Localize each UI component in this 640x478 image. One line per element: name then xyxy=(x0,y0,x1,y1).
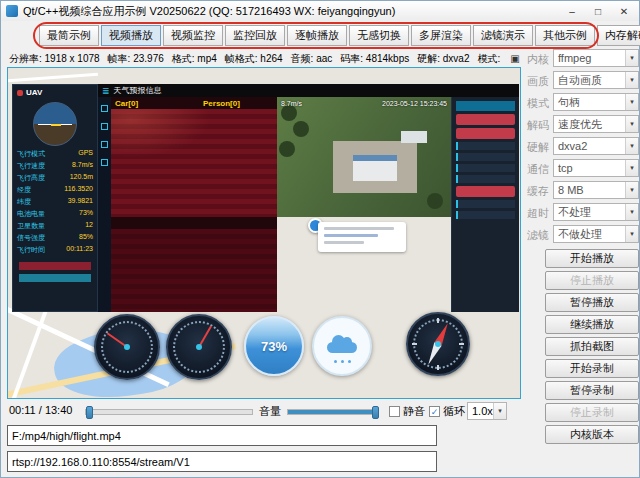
tab-9[interactable]: 其他示例 xyxy=(535,25,595,46)
speed-overlay: 8.7m/s xyxy=(281,100,302,107)
option-select-4[interactable]: 速度优先▾ xyxy=(553,115,639,133)
option-label-6: 通信 xyxy=(527,162,549,177)
drone-camera-view: 8.7m/s 2023-05-12 15:23:45 xyxy=(277,97,451,217)
tab-6[interactable]: 无感切换 xyxy=(349,25,409,46)
chevron-down-icon[interactable]: ▾ xyxy=(493,403,506,419)
start-play-button[interactable]: 开始播放 xyxy=(545,249,639,268)
volume-handle[interactable] xyxy=(372,406,379,419)
minimize-button[interactable]: – xyxy=(559,1,585,21)
tree xyxy=(281,105,297,121)
checkbox-box[interactable] xyxy=(389,406,400,417)
uav-panel-header: UAV xyxy=(13,85,97,100)
chevron-down-icon[interactable]: ▾ xyxy=(625,72,638,88)
tool-icon[interactable] xyxy=(101,123,108,130)
checkbox-box[interactable]: ✓ xyxy=(429,406,440,417)
tool-icon[interactable] xyxy=(101,105,108,112)
aircraft-symbol xyxy=(51,124,61,126)
tab-1[interactable]: 最简示例 xyxy=(39,25,99,46)
chevron-down-icon[interactable]: ▾ xyxy=(625,160,638,176)
chevron-down-icon[interactable]: ▾ xyxy=(625,94,638,110)
chevron-down-icon[interactable]: ▾ xyxy=(625,226,638,242)
tab-10[interactable]: 内存解码 xyxy=(597,25,640,46)
gauge-center xyxy=(196,344,202,350)
display-icon[interactable]: ▣ xyxy=(510,53,519,64)
stop-play-button[interactable]: 停止播放 xyxy=(545,271,639,290)
control-button-red[interactable] xyxy=(456,186,515,197)
pause-record-button[interactable]: 暂停录制 xyxy=(545,381,639,400)
chevron-down-icon[interactable]: ▾ xyxy=(625,50,638,66)
app-window: Qt/C++视频综合应用示例 V20250622 (QQ: 517216493 … xyxy=(0,0,640,478)
telemetry-row: 飞行高度120.5m xyxy=(13,172,97,184)
detection-label-2: Person[0] xyxy=(203,99,240,108)
tab-5[interactable]: 逐帧播放 xyxy=(287,25,347,46)
maximize-button[interactable]: □ xyxy=(585,1,611,21)
tool-icon[interactable] xyxy=(101,159,108,166)
speed-select[interactable]: 1.0x ▾ xyxy=(467,402,507,420)
detection-video-2 xyxy=(111,217,277,312)
telemetry-row: 飞行模式GPS xyxy=(13,148,97,160)
uav-title: UAV xyxy=(26,88,42,97)
option-select-2[interactable]: 自动画质▾ xyxy=(553,71,639,89)
progress-slider[interactable] xyxy=(85,409,253,415)
marquee-text: 天气预报信息 xyxy=(114,85,162,96)
option-select-3[interactable]: 句柄▾ xyxy=(553,93,639,111)
option-select-7[interactable]: 8 MB▾ xyxy=(553,181,639,199)
tab-7[interactable]: 多屏渲染 xyxy=(411,25,471,46)
bubble-text-line xyxy=(324,241,364,244)
tool-icon[interactable] xyxy=(101,141,108,148)
chevron-down-icon[interactable]: ▾ xyxy=(625,138,638,154)
kernel-version-button[interactable]: 内核版本 xyxy=(545,425,639,444)
compass-tick xyxy=(437,365,439,370)
option-select-9[interactable]: 不做处理▾ xyxy=(553,225,639,243)
speed-value: 1.0x xyxy=(468,403,493,419)
list-row xyxy=(456,200,515,208)
stop-record-button[interactable]: 停止录制 xyxy=(545,403,639,422)
uav-panel: UAV 飞行模式GPS飞行速度8.7m/s飞行高度120.5m经度116.352… xyxy=(12,84,98,312)
thermal-frame xyxy=(111,109,277,217)
tab-8[interactable]: 滤镜演示 xyxy=(473,25,533,46)
mute-label: 静音 xyxy=(403,404,425,419)
resume-play-button[interactable]: 继续播放 xyxy=(545,315,639,334)
option-select-8[interactable]: 不处理▾ xyxy=(553,203,639,221)
panel-bar-teal xyxy=(19,274,91,282)
info-item-4: 帧格式: h264 xyxy=(225,52,283,65)
option-select-5[interactable]: dxva2▾ xyxy=(553,137,639,155)
volume-slider[interactable] xyxy=(287,409,379,415)
control-button-red[interactable] xyxy=(456,128,515,139)
info-item-1: 分辨率: 1918 x 1078 xyxy=(9,52,100,65)
option-label-2: 画质 xyxy=(527,74,549,89)
option-select-6[interactable]: tcp▾ xyxy=(553,159,639,177)
loop-label: 循环 xyxy=(443,404,465,419)
option-select-1[interactable]: ffmpeg▾ xyxy=(553,49,639,67)
chevron-down-icon[interactable]: ▾ xyxy=(625,204,638,220)
control-button-red[interactable] xyxy=(456,114,515,125)
option-label-3: 模式 xyxy=(527,96,549,111)
media-info-icons: ▣♬☀⚙ xyxy=(508,53,521,64)
file-path-input[interactable] xyxy=(7,425,437,446)
control-strip xyxy=(451,97,519,312)
volume-fill xyxy=(288,410,378,414)
pause-play-button[interactable]: 暂停播放 xyxy=(545,293,639,312)
video-player-widget[interactable]: ≣ 天气预报信息 UAV 飞行模式GPS飞行速度8.7m/s飞行高度120.5m… xyxy=(7,67,521,399)
timestamp-overlay: 2023-05-12 15:23:45 xyxy=(382,100,447,107)
start-record-button[interactable]: 开始录制 xyxy=(545,359,639,378)
stream-url-input[interactable] xyxy=(7,451,437,472)
chevron-down-icon[interactable]: ▾ xyxy=(625,116,638,132)
title-bar: Qt/C++视频综合应用示例 V20250622 (QQ: 517216493 … xyxy=(1,1,639,21)
snapshot-button[interactable]: 抓拍截图 xyxy=(545,337,639,356)
close-button[interactable]: ✕ xyxy=(611,1,637,21)
panel-header-bar xyxy=(456,101,515,111)
bubble-text-line xyxy=(324,234,378,237)
mute-checkbox[interactable]: 静音 xyxy=(389,404,425,419)
loop-checkbox[interactable]: ✓ 循环 xyxy=(429,404,465,419)
rain-dot xyxy=(341,360,344,363)
tab-3[interactable]: 视频监控 xyxy=(163,25,223,46)
chevron-down-icon[interactable]: ▾ xyxy=(625,182,638,198)
map-info-bubble xyxy=(318,222,406,252)
tab-2[interactable]: 视频播放 xyxy=(101,25,161,46)
telemetry-row: 信号强度85% xyxy=(13,232,97,244)
telemetry-row: 经度116.3520 xyxy=(13,184,97,196)
option-label-5: 硬解 xyxy=(527,140,549,155)
tab-4[interactable]: 监控回放 xyxy=(225,25,285,46)
progress-handle[interactable] xyxy=(86,406,93,419)
